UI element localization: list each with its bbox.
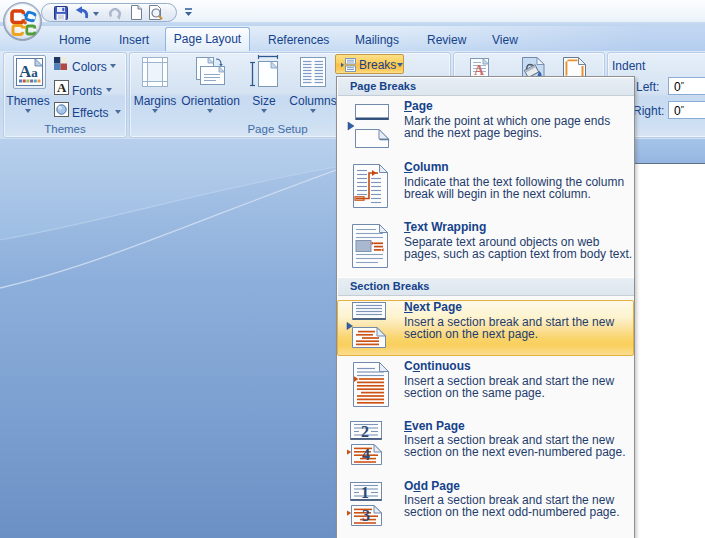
svg-text:A: A (57, 80, 67, 95)
svg-text:Aa: Aa (19, 62, 38, 81)
svg-text:A: A (474, 63, 485, 77)
svg-text:3: 3 (362, 507, 370, 524)
svg-text:2: 2 (361, 423, 369, 440)
svg-text:1: 1 (361, 484, 369, 501)
svg-text:4: 4 (362, 446, 370, 463)
